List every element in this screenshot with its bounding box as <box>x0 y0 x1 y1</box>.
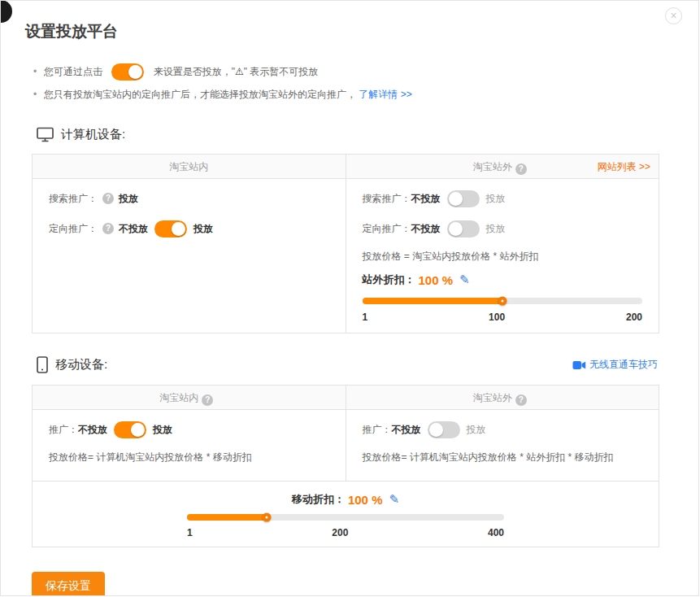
example-toggle[interactable] <box>111 63 144 81</box>
mobile-section-title: 移动设备: <box>55 357 107 373</box>
computer-onsite-header: 淘宝站内 <box>33 155 346 178</box>
offsite-price-formula: 投放价格 = 淘宝站内投放价格 * 站外折扣 <box>363 249 643 264</box>
slider-max-label: 400 <box>488 527 504 538</box>
edit-icon[interactable]: ✎ <box>389 492 399 507</box>
mobile-onsite-header: 淘宝站内? <box>33 386 346 409</box>
off-label: 不投放 <box>392 423 421 437</box>
slider-fill <box>363 298 502 304</box>
target-promo-label: 定向推广： <box>49 222 98 236</box>
computer-section-title: 计算机设备: <box>61 127 125 142</box>
help-icon[interactable]: ? <box>102 223 114 234</box>
mobile-offsite-cell: 推广： 不投放 投放 投放价格= 计算机淘宝站内投放价格 * 站外折扣 * 移动… <box>346 410 659 481</box>
computer-offsite-header: 淘宝站外? 网站列表 >> <box>346 155 659 178</box>
slider-min-label: 1 <box>187 527 193 538</box>
offsite-target-row: 定向推广： 不投放 投放 <box>363 219 643 238</box>
computer-onsite-target-toggle[interactable] <box>154 220 187 237</box>
on-label: 投放 <box>486 222 506 236</box>
toggle-knob <box>128 65 142 79</box>
notes-list: 您可通过点击 来设置是否投放，"⚠" 表示暂不可投放 您只有投放淘宝站内的定向推… <box>33 62 698 104</box>
toggle-knob <box>449 192 463 206</box>
help-icon[interactable]: ? <box>202 394 213 406</box>
mobile-slider-labels: 1 200 400 <box>187 527 504 538</box>
corner-artifact <box>0 0 12 23</box>
toggle-knob <box>172 222 185 236</box>
mobile-offsite-toggle[interactable] <box>428 421 460 438</box>
mobile-table: 淘宝站内? 淘宝站外? 推广： 不投放 投放 投放价格= 计算机淘宝站内投放价格… <box>32 385 659 547</box>
note-text: " 表示暂不可投放 <box>244 66 319 77</box>
search-promo-label: 搜索推广： <box>49 192 98 206</box>
offsite-discount-value: 100 % <box>419 273 454 287</box>
mobile-table-body: 推广： 不投放 投放 投放价格= 计算机淘宝站内投放价格 * 移动折扣 推广： … <box>33 410 659 481</box>
mobile-onsite-promo-row: 推广： 不投放 投放 <box>49 420 329 439</box>
wireless-tips-link[interactable]: 无线直通车技巧 <box>572 358 658 372</box>
onsite-search-row: 搜索推广：? 投放 <box>49 189 329 208</box>
mobile-onsite-price-formula: 投放价格= 计算机淘宝站内投放价格 * 移动折扣 <box>49 450 329 464</box>
on-label: 投放 <box>486 192 506 206</box>
header-label: 淘宝站内 <box>169 161 208 172</box>
offsite-slider-labels: 1 100 200 <box>363 312 643 323</box>
toggle-knob <box>449 222 463 236</box>
header-label: 淘宝站外 <box>473 392 512 403</box>
onsite-target-row: 定向推广：? 不投放 投放 <box>49 219 329 238</box>
target-promo-label: 定向推广： <box>363 222 411 236</box>
promo-label: 推广： <box>363 423 392 437</box>
search-promo-label: 搜索推广： <box>363 192 411 206</box>
on-label: 投放 <box>467 423 486 437</box>
video-icon <box>572 360 586 370</box>
toggle-knob <box>429 423 443 437</box>
dialog-title: 设置投放平台 <box>25 21 698 42</box>
mobile-offsite-price-formula: 投放价格= 计算机淘宝站内投放价格 * 站外折扣 * 移动折扣 <box>363 450 643 464</box>
mobile-discount-line: 移动折扣： 100 % ✎ <box>49 490 642 509</box>
note-text: 您可通过点击 <box>44 66 102 77</box>
computer-table: 淘宝站内 淘宝站外? 网站列表 >> 搜索推广：? 投放 定向推广：? 不投放 … <box>32 154 659 333</box>
mobile-discount-value: 100 % <box>348 493 383 507</box>
header-label: 淘宝站内 <box>159 392 198 403</box>
mobile-discount-label: 移动折扣： <box>292 492 345 507</box>
close-button[interactable]: × <box>665 7 682 24</box>
slider-handle[interactable] <box>498 297 507 306</box>
mobile-discount-slider[interactable] <box>187 514 504 521</box>
slider-fill <box>187 514 267 521</box>
learn-more-link[interactable]: 了解详情 >> <box>359 89 411 100</box>
computer-section-header: 计算机设备: <box>37 127 658 142</box>
promo-label: 推广： <box>49 423 78 437</box>
slider-mid-label: 200 <box>332 527 348 538</box>
computer-offsite-search-toggle[interactable] <box>447 190 480 207</box>
slider-handle[interactable] <box>262 513 271 522</box>
computer-offsite-target-toggle[interactable] <box>447 220 480 237</box>
note-toggle-hint: 您可通过点击 来设置是否投放，"⚠" 表示暂不可投放 <box>33 62 698 81</box>
computer-table-header: 淘宝站内 淘宝站外? 网站列表 >> <box>33 155 659 179</box>
help-icon[interactable]: ? <box>102 193 114 204</box>
mobile-offsite-header: 淘宝站外? <box>346 386 659 409</box>
offsite-discount-slider[interactable] <box>363 298 643 304</box>
note-text: 来设置是否投放，" <box>154 66 235 77</box>
site-list-link[interactable]: 网站列表 >> <box>598 155 650 179</box>
search-promo-status: 投放 <box>119 192 138 206</box>
toggle-knob <box>131 423 145 437</box>
header-label: 淘宝站外 <box>473 161 512 172</box>
save-button[interactable]: 保存设置 <box>32 572 105 596</box>
offsite-discount-line: 站外折扣： 100 % ✎ <box>363 270 643 290</box>
on-label: 投放 <box>153 423 172 437</box>
phone-icon <box>37 356 48 373</box>
computer-table-body: 搜索推广：? 投放 定向推广：? 不投放 投放 搜索推广： 不投放 投放 <box>33 179 659 333</box>
off-label: 不投放 <box>78 423 107 437</box>
warning-icon: ⚠ <box>235 66 244 77</box>
offsite-search-row: 搜索推广： 不投放 投放 <box>363 189 643 208</box>
edit-icon[interactable]: ✎ <box>459 272 470 287</box>
ad-platform-settings-dialog: × 设置投放平台 您可通过点击 来设置是否投放，"⚠" 表示暂不可投放 您只有投… <box>0 0 699 596</box>
monitor-icon <box>37 127 54 142</box>
mobile-discount-section: 移动折扣： 100 % ✎ 1 200 400 <box>33 481 659 547</box>
wireless-tips-label: 无线直通车技巧 <box>589 358 658 372</box>
computer-onsite-cell: 搜索推广：? 投放 定向推广：? 不投放 投放 <box>33 179 346 333</box>
help-icon[interactable]: ? <box>515 394 527 406</box>
slider-mid-label: 100 <box>489 312 505 323</box>
mobile-offsite-promo-row: 推广： 不投放 投放 <box>363 420 643 439</box>
on-label: 投放 <box>193 222 213 236</box>
slider-max-label: 200 <box>626 312 642 323</box>
note-targeting-hint: 您只有投放淘宝站内的定向推广后，才能选择投放淘宝站外的定向推广， 了解详情 >> <box>33 85 698 104</box>
mobile-onsite-toggle[interactable] <box>114 421 146 438</box>
slider-min-label: 1 <box>363 312 368 323</box>
help-icon[interactable]: ? <box>515 163 527 175</box>
off-label: 不投放 <box>119 222 148 236</box>
